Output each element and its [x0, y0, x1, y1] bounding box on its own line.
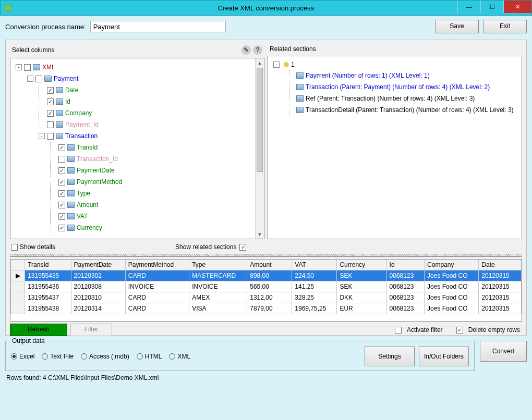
table-cell[interactable]: 131955437 — [25, 292, 71, 303]
data-grid[interactable]: TransIdPaymentDatePaymentMethodTypeAmoun… — [10, 259, 522, 322]
save-button[interactable]: Save — [435, 20, 479, 33]
table-cell[interactable]: 1969,75,25 — [292, 303, 337, 314]
table-row[interactable]: 13195543820120314CARDVISA7879,001969,75,… — [11, 303, 522, 314]
minimize-button[interactable]: — — [457, 1, 480, 13]
tree-node[interactable]: -Payment — [16, 73, 262, 84]
table-cell[interactable]: 328,25 — [292, 292, 337, 303]
column-header[interactable]: Type — [189, 260, 247, 270]
close-button[interactable]: ✕ — [503, 1, 531, 13]
tree-scrollbar[interactable]: ▲ ▼ — [255, 58, 264, 239]
related-tree[interactable]: -1Payment (Number of rows: 1) (XML Level… — [268, 56, 522, 239]
tree-node[interactable]: VAT — [16, 211, 262, 222]
expander-icon[interactable]: - — [16, 64, 22, 70]
table-cell[interactable]: 141,25 — [292, 281, 337, 292]
table-cell[interactable]: 20120310 — [71, 292, 125, 303]
tree-node[interactable]: Type — [16, 188, 262, 199]
table-cell[interactable]: Joes Food CO — [425, 281, 479, 292]
column-header[interactable]: VAT — [292, 260, 337, 270]
tree-node[interactable]: Company — [16, 107, 262, 119]
table-cell[interactable]: 131955436 — [25, 281, 71, 292]
output-radio[interactable]: HTML — [137, 353, 162, 360]
tree-checkbox[interactable] — [58, 156, 65, 163]
column-header[interactable]: Currency — [337, 260, 386, 270]
process-name-input[interactable] — [90, 21, 226, 32]
row-selector[interactable] — [11, 303, 25, 314]
table-cell[interactable]: 224,50 — [292, 270, 337, 281]
delete-empty-checkbox[interactable] — [456, 327, 463, 333]
column-header[interactable]: Amount — [247, 260, 292, 270]
tree-node[interactable]: PaymentMethod — [16, 176, 262, 188]
tree-node[interactable]: Transaction_Id — [16, 153, 262, 165]
column-header[interactable]: Date — [479, 260, 522, 270]
output-radio[interactable]: Text File — [42, 353, 74, 360]
table-cell[interactable]: Joes Food CO — [425, 292, 479, 303]
table-cell[interactable]: 0068123 — [386, 270, 425, 281]
table-cell[interactable]: Joes Food CO — [425, 303, 479, 314]
scroll-down-icon[interactable]: ▼ — [256, 230, 264, 239]
tree-checkbox[interactable] — [47, 110, 54, 117]
expander-icon[interactable]: - — [27, 76, 33, 82]
convert-button[interactable]: Convert — [480, 341, 527, 362]
table-cell[interactable]: MASTERCARD — [189, 270, 247, 281]
tree-checkbox[interactable] — [58, 179, 65, 186]
table-cell[interactable]: 1312,00 — [247, 292, 292, 303]
tree-checkbox[interactable] — [58, 190, 65, 197]
row-selector[interactable]: ▶ — [11, 270, 25, 281]
column-header[interactable]: TransId — [25, 260, 71, 270]
tree-node[interactable]: PaymentDate — [16, 165, 262, 176]
table-cell[interactable]: SEK — [337, 281, 386, 292]
table-cell[interactable]: 20120315 — [479, 303, 522, 314]
column-header[interactable]: PaymentMethod — [125, 260, 189, 270]
table-cell[interactable]: 565,00 — [247, 281, 292, 292]
related-item[interactable]: Transaction (Parent: Payment) (Number of… — [273, 81, 519, 93]
table-row[interactable]: 13195543620120308INVOICEINVOICE565,00141… — [11, 281, 522, 292]
tree-checkbox[interactable] — [47, 121, 54, 128]
maximize-button[interactable]: ☐ — [480, 1, 503, 13]
table-cell[interactable]: 0068123 — [386, 292, 425, 303]
table-cell[interactable]: DKK — [337, 292, 386, 303]
table-cell[interactable]: 20120315 — [479, 270, 522, 281]
table-cell[interactable]: 20120308 — [71, 281, 125, 292]
in-out-folders-button[interactable]: In/Out Folders — [419, 347, 469, 366]
table-row[interactable]: ▶13195543520120302CARDMASTERCARD898,0022… — [11, 270, 522, 281]
scroll-thumb[interactable] — [257, 68, 263, 172]
table-cell[interactable]: 20120302 — [71, 270, 125, 281]
related-item[interactable]: Ref (Parent: Transaction) (Number of row… — [273, 93, 519, 104]
tree-checkbox[interactable] — [35, 76, 42, 82]
table-cell[interactable]: AMEX — [189, 292, 247, 303]
tree-node[interactable]: Payment_Id — [16, 119, 262, 130]
table-cell[interactable]: 7879,00 — [247, 303, 292, 314]
column-header[interactable]: PaymentDate — [71, 260, 125, 270]
help-icon[interactable]: ? — [253, 45, 262, 55]
table-cell[interactable]: Joes Food CO — [425, 270, 479, 281]
wand-icon[interactable]: ✎ — [241, 45, 251, 55]
table-cell[interactable]: 0068123 — [386, 281, 425, 292]
table-cell[interactable]: 131955435 — [25, 270, 71, 281]
tree-node[interactable]: -XML — [16, 61, 262, 73]
column-header[interactable]: Company — [425, 260, 479, 270]
table-cell[interactable]: 20120315 — [479, 281, 522, 292]
table-cell[interactable]: 131955438 — [25, 303, 71, 314]
table-cell[interactable]: 898,00 — [247, 270, 292, 281]
table-row[interactable]: 13195543720120310CARDAMEX1312,00328,25DK… — [11, 292, 522, 303]
table-cell[interactable]: INVOICE — [189, 281, 247, 292]
exit-button[interactable]: Exit — [483, 20, 527, 33]
related-item[interactable]: TransactionDetail (Parent: Transaction) … — [273, 104, 519, 116]
output-radio[interactable]: XML — [169, 353, 190, 360]
table-cell[interactable]: VISA — [189, 303, 247, 314]
output-radio[interactable]: Excel — [11, 353, 34, 360]
tree-checkbox[interactable] — [47, 98, 54, 105]
table-cell[interactable]: 20120315 — [479, 292, 522, 303]
show-related-checkbox[interactable] — [239, 244, 246, 251]
settings-button[interactable]: Settings — [365, 347, 415, 366]
table-cell[interactable]: CARD — [125, 303, 189, 314]
expander-icon[interactable]: - — [273, 61, 280, 68]
related-item[interactable]: Payment (Number of rows: 1) (XML Level: … — [273, 70, 519, 81]
tree-node[interactable]: Date — [16, 84, 262, 96]
activate-filter-checkbox[interactable] — [395, 327, 402, 333]
table-cell[interactable]: 20120314 — [71, 303, 125, 314]
tree-checkbox[interactable] — [24, 64, 31, 71]
refresh-button[interactable]: Refresh — [10, 324, 67, 336]
expander-icon[interactable]: - — [39, 133, 45, 139]
row-selector[interactable] — [11, 292, 25, 303]
